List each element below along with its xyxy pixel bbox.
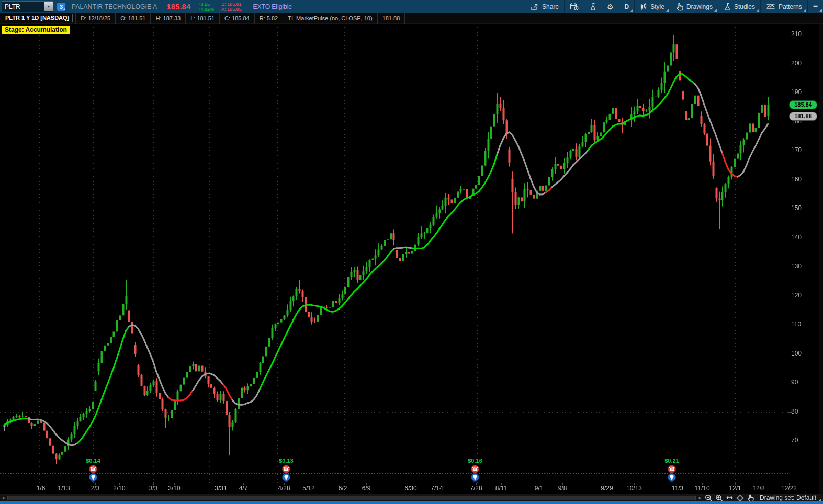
event-marker-group: $0.14☎: [77, 457, 109, 482]
share-button[interactable]: Share: [525, 0, 564, 13]
timeframe-label: D: [625, 3, 629, 10]
x-axis-label: 9/1: [535, 485, 544, 492]
scroll-left-arrow[interactable]: ◂: [0, 495, 6, 500]
drawings-button[interactable]: Drawings: [670, 0, 718, 13]
patterns-button[interactable]: Patterns: [761, 0, 807, 13]
change-percent: +4.82%: [198, 7, 214, 12]
patterns-icon: [766, 3, 775, 10]
lightbulb-event-icon[interactable]: [668, 473, 676, 482]
y-axis-label: 140: [791, 234, 813, 241]
zoom-out-button[interactable]: [703, 494, 714, 501]
conference-call-icon[interactable]: ☎: [89, 465, 97, 473]
change-absolute: +8.55: [198, 2, 214, 7]
symbol-input[interactable]: PLTR ▾: [2, 1, 53, 12]
studies-label: Studies: [734, 3, 755, 10]
calendar-clock-icon: [570, 3, 579, 11]
last-price-axis-bubble: 185.84: [789, 100, 817, 109]
ohlc-field: L: 181.51: [186, 13, 220, 24]
zoom-in-icon: [715, 494, 723, 502]
double-arrow-icon: [725, 495, 734, 501]
dividend-amount-label: $0.16: [468, 457, 482, 465]
x-axis-label: 7/14: [431, 485, 443, 492]
chevron-down-icon: ▾: [48, 4, 50, 9]
stage-accumulation-label: Stage: Accumulation: [2, 26, 70, 34]
flask-icon: [589, 3, 596, 11]
corporate-actions-button[interactable]: [565, 0, 584, 13]
analyze-button[interactable]: [584, 0, 602, 13]
patterns-label: Patterns: [779, 3, 802, 10]
y-axis-label: 210: [791, 30, 813, 38]
symbol-value[interactable]: PLTR: [2, 3, 44, 10]
crosshair-mode-button[interactable]: [735, 494, 745, 501]
study-descriptor[interactable]: TI_MarketPulse (no, CLOSE, 10): [283, 13, 377, 24]
thinkorswim-chart-window: { "topbar": { "symbol": "PLTR", "linked_…: [0, 0, 823, 504]
y-axis-label: 160: [791, 176, 813, 183]
zoom-in-button[interactable]: [714, 494, 724, 501]
studies-button[interactable]: Studies: [718, 0, 760, 13]
share-icon: [531, 3, 539, 10]
timeframe-button[interactable]: D: [619, 0, 635, 13]
ohlc-field: O: 181.51: [116, 13, 151, 24]
y-axis-label: 200: [791, 60, 813, 67]
drawings-label: Drawings: [686, 3, 713, 10]
hand-pan-button[interactable]: [745, 494, 756, 501]
x-axis-label: 4/28: [278, 485, 290, 492]
event-marker-group: $0.16☎: [459, 457, 491, 482]
x-axis-label: 11/10: [694, 485, 709, 492]
event-marker-group: $0.13☎: [270, 457, 302, 482]
x-axis-label: 8/11: [495, 485, 507, 492]
style-button[interactable]: Style: [635, 0, 670, 13]
x-axis-label: 6/2: [339, 485, 347, 492]
y-axis-label: 150: [791, 204, 813, 212]
event-marker-group: $0.21☎: [656, 457, 687, 482]
ohlc-fields: D: 12/18/25O: 181.51H: 187.33L: 181.51C:…: [75, 13, 283, 24]
price-chart-canvas[interactable]: [0, 24, 823, 494]
conference-call-icon[interactable]: ☎: [668, 465, 676, 473]
exto-eligible-label: EXTO Eligible: [253, 3, 292, 10]
lightbulb-event-icon[interactable]: [282, 473, 290, 482]
drawing-set-selector[interactable]: Drawing set: Default: [756, 494, 821, 501]
chart-settings-button[interactable]: ⚙: [602, 0, 619, 13]
chart-title: PLTR 1 Y 1D [NASDAQ]: [2, 14, 73, 22]
y-axis-label: 70: [791, 437, 813, 444]
hand-tool-icon: [747, 494, 754, 502]
x-axis-label: 1/6: [37, 485, 46, 492]
lightbulb-event-icon[interactable]: [471, 473, 479, 482]
ohlc-info-bar: PLTR 1 Y 1D [NASDAQ] D: 12/18/25O: 181.5…: [0, 13, 823, 24]
x-axis-label: 12/22: [781, 485, 797, 492]
x-axis-label: 9/29: [601, 485, 613, 492]
bottom-scrollbar: ◂ ▸ Drawing set: Default: [0, 494, 823, 501]
x-axis-label: 5/12: [302, 485, 314, 492]
y-axis-label: 170: [791, 146, 813, 154]
x-axis-label: 12/1: [729, 485, 741, 492]
last-price: 185.84: [166, 2, 190, 11]
link-group-badge[interactable]: 3: [57, 3, 65, 11]
menu-icon: ≡: [813, 3, 818, 10]
right-edge-strip: [819, 13, 823, 494]
x-axis-label: 10/13: [626, 485, 642, 492]
x-axis-label: 3/10: [168, 485, 180, 492]
conference-call-icon[interactable]: ☎: [471, 465, 479, 473]
dividend-amount-label: $0.14: [86, 457, 100, 465]
y-axis-label: 190: [791, 88, 813, 96]
gear-icon: ⚙: [607, 3, 614, 10]
symbol-toolbar: PLTR ▾ 3 PALANTIR TECHNOLOGIE A 185.84 +…: [0, 0, 823, 13]
y-axis-label: 90: [791, 379, 813, 386]
ohlc-field: D: 12/18/25: [75, 13, 116, 24]
bid-ask: B: 185.81 A: 185.85: [221, 2, 242, 12]
scrollbar-thumb[interactable]: [7, 496, 696, 500]
study-value: 181.88: [378, 13, 405, 24]
x-axis-label: 2/3: [91, 485, 100, 492]
x-axis-label: 6/30: [404, 485, 416, 492]
zoom-out-icon: [705, 494, 713, 502]
lightbulb-event-icon[interactable]: [89, 473, 97, 482]
symbol-dropdown-button[interactable]: ▾: [44, 2, 53, 11]
conference-call-icon[interactable]: ☎: [282, 465, 290, 473]
ask-value: A: 185.85: [221, 7, 242, 12]
bid-value: B: 185.81: [221, 2, 242, 7]
scroll-right-arrow[interactable]: ▸: [697, 495, 703, 500]
ma-value-axis-bubble: 181.88: [789, 112, 817, 121]
x-axis-label: 2/10: [113, 485, 125, 492]
pan-horizontal-button[interactable]: [724, 494, 735, 501]
chart-menu-button[interactable]: ≡: [808, 0, 823, 13]
